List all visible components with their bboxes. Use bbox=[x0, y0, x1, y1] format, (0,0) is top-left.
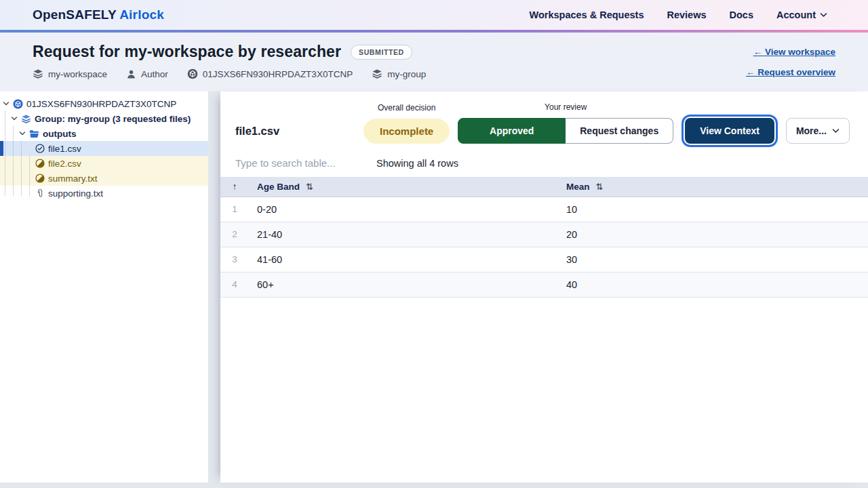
sort-toggle-icon[interactable]: ⇅ bbox=[596, 182, 604, 192]
file-detail-panel: file1.csv Overall decision Incomplete Yo… bbox=[220, 92, 868, 483]
brand-accent: Airlock bbox=[119, 7, 164, 22]
paperclip-icon bbox=[35, 188, 45, 198]
column-header-age-band[interactable]: Age Band⇅ bbox=[249, 177, 566, 197]
more-button[interactable]: More... bbox=[786, 118, 850, 144]
tree-item-request-root[interactable]: 01JSXS6FN930HRPDAZT3X0TCNP bbox=[0, 96, 208, 111]
table-toolbar: Showing all 4 rows bbox=[220, 156, 868, 177]
column-header-mean[interactable]: Mean⇅ bbox=[566, 177, 868, 197]
brand-primary: OpenSAFELY bbox=[33, 7, 116, 22]
cell-age-band: 41-60 bbox=[249, 247, 566, 272]
cell-age-band: 60+ bbox=[249, 272, 566, 297]
cube-icon bbox=[187, 68, 198, 79]
request-header-links: ← View workspace ← Request overview bbox=[746, 43, 835, 82]
tree-guide-line bbox=[5, 111, 5, 196]
chevron-down-icon bbox=[820, 12, 827, 18]
chevron-down-icon bbox=[832, 128, 840, 134]
view-workspace-link[interactable]: ← View workspace bbox=[753, 47, 835, 57]
data-table: ↑ Age Band⇅ Mean⇅ 1 0-20 10 2 21 bbox=[220, 177, 868, 298]
your-review-label: Your review bbox=[545, 102, 587, 112]
tree-guide-line bbox=[29, 156, 30, 196]
file-tree-sidebar: 01JSXS6FN930HRPDAZT3X0TCNP Group: my-gro… bbox=[0, 92, 208, 483]
tree-item-summary[interactable]: summary.txt bbox=[0, 171, 208, 186]
meta-workspace: my-workspace bbox=[33, 68, 107, 79]
cell-mean: 20 bbox=[566, 222, 868, 247]
table-row: 2 21-40 20 bbox=[220, 222, 868, 247]
cell-mean: 30 bbox=[566, 247, 868, 272]
cell-mean: 10 bbox=[566, 197, 868, 222]
request-header-left: Request for my-workspace by researcher S… bbox=[33, 43, 426, 82]
overall-decision-block: Overall decision Incomplete bbox=[363, 103, 450, 144]
half-review-icon bbox=[35, 174, 45, 183]
nav-docs[interactable]: Docs bbox=[730, 9, 753, 20]
nav-items: Workspaces & Requests Reviews Docs Accou… bbox=[530, 9, 827, 20]
request-changes-button[interactable]: Request changes bbox=[566, 118, 673, 144]
status-badge: SUBMITTED bbox=[351, 45, 412, 60]
top-navbar: OpenSAFELY Airlock Workspaces & Requests… bbox=[0, 0, 868, 30]
row-number: 2 bbox=[220, 222, 249, 247]
half-review-icon bbox=[35, 159, 45, 168]
meta-author: Author bbox=[126, 69, 168, 79]
layers-icon bbox=[21, 114, 31, 124]
overall-decision-label: Overall decision bbox=[378, 103, 435, 113]
your-review-block: Your review Approved Request changes bbox=[458, 102, 673, 144]
tree-item-supporting[interactable]: supporting.txt bbox=[0, 186, 208, 201]
tree-guide-line bbox=[21, 141, 22, 196]
tree-item-file2[interactable]: file2.csv bbox=[0, 156, 208, 171]
meta-request-id: 01JSXS6FN930HRPDAZT3X0TCNP bbox=[187, 68, 353, 79]
tree-item-file1[interactable]: file1.csv bbox=[0, 141, 208, 156]
file-header: file1.csv Overall decision Incomplete Yo… bbox=[220, 92, 868, 156]
tree-item-outputs-folder[interactable]: outputs bbox=[0, 126, 208, 141]
file-name-heading: file1.csv bbox=[235, 125, 355, 138]
sort-all-header[interactable]: ↑ bbox=[220, 177, 249, 197]
chevron-down-icon[interactable] bbox=[11, 115, 18, 122]
request-meta: my-workspace Author 01JSXS6FN930HRPDAZT3… bbox=[33, 68, 426, 79]
sort-ascending-icon[interactable]: ↑ bbox=[233, 181, 237, 192]
row-number: 3 bbox=[220, 247, 249, 272]
request-header: Request for my-workspace by researcher S… bbox=[0, 33, 868, 92]
tree-item-group[interactable]: Group: my-group (3 requested files) bbox=[0, 111, 208, 126]
table-row: 4 60+ 40 bbox=[220, 272, 868, 297]
chevron-down-icon[interactable] bbox=[3, 100, 9, 107]
app-logo[interactable]: OpenSAFELY Airlock bbox=[33, 7, 164, 22]
table-row: 1 0-20 10 bbox=[220, 197, 868, 222]
cell-mean: 40 bbox=[566, 272, 868, 297]
nav-workspaces-requests[interactable]: Workspaces & Requests bbox=[530, 9, 644, 20]
layers-icon bbox=[372, 68, 382, 79]
approved-button[interactable]: Approved bbox=[458, 118, 566, 144]
chevron-down-icon[interactable] bbox=[19, 130, 26, 137]
layers-icon bbox=[33, 68, 43, 79]
check-circle-icon bbox=[35, 144, 45, 153]
request-cube-icon bbox=[13, 99, 23, 109]
request-overview-link[interactable]: ← Request overview bbox=[746, 67, 835, 77]
table-header-row: ↑ Age Band⇅ Mean⇅ bbox=[220, 177, 868, 197]
row-number: 4 bbox=[220, 272, 249, 297]
overall-decision-value: Incomplete bbox=[363, 119, 450, 144]
cell-age-band: 21-40 bbox=[249, 222, 566, 247]
view-context-button[interactable]: View Context bbox=[685, 118, 774, 144]
row-number: 1 bbox=[220, 197, 249, 222]
row-count-text: Showing all 4 rows bbox=[376, 158, 458, 169]
table-row: 3 41-60 30 bbox=[220, 247, 868, 272]
nav-account-menu[interactable]: Account bbox=[776, 9, 827, 20]
page-title: Request for my-workspace by researcher bbox=[33, 43, 341, 61]
search-input[interactable] bbox=[235, 157, 376, 169]
meta-group: my-group bbox=[372, 68, 426, 79]
tree-guide-line bbox=[13, 126, 14, 196]
sort-toggle-icon[interactable]: ⇅ bbox=[306, 182, 313, 192]
content-area: 01JSXS6FN930HRPDAZT3X0TCNP Group: my-gro… bbox=[0, 92, 868, 483]
user-icon bbox=[126, 69, 136, 79]
nav-reviews[interactable]: Reviews bbox=[667, 9, 706, 20]
cell-age-band: 0-20 bbox=[249, 197, 566, 222]
folder-icon bbox=[29, 129, 39, 139]
review-segmented-control: Approved Request changes bbox=[458, 118, 673, 144]
